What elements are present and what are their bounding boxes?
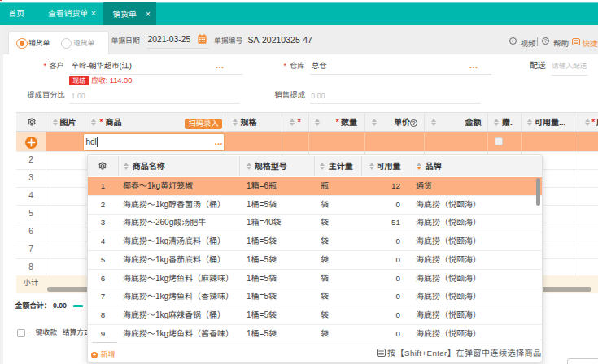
svg-text:?: ? (544, 38, 548, 44)
svg-text:?: ? (412, 119, 416, 125)
